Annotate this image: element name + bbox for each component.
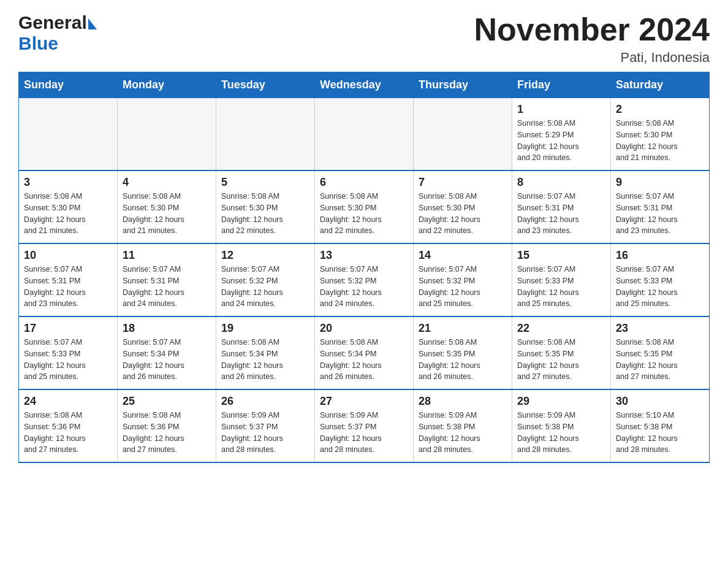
day-info: Sunrise: 5:07 AM Sunset: 5:33 PM Dayligh…: [517, 264, 605, 310]
day-number: 20: [320, 322, 408, 335]
day-info: Sunrise: 5:07 AM Sunset: 5:31 PM Dayligh…: [24, 264, 112, 310]
day-number: 3: [24, 176, 112, 189]
day-info: Sunrise: 5:08 AM Sunset: 5:30 PM Dayligh…: [616, 118, 704, 164]
day-number: 8: [517, 176, 605, 189]
calendar-subtitle: Pati, Indonesia: [474, 50, 710, 66]
day-number: 30: [616, 395, 704, 408]
day-info: Sunrise: 5:08 AM Sunset: 5:30 PM Dayligh…: [320, 191, 408, 237]
day-number: 4: [123, 176, 211, 189]
day-number: 2: [616, 103, 704, 116]
calendar-cell: 25Sunrise: 5:08 AM Sunset: 5:36 PM Dayli…: [118, 389, 216, 462]
day-info: Sunrise: 5:07 AM Sunset: 5:31 PM Dayligh…: [123, 264, 211, 310]
calendar-cell: 30Sunrise: 5:10 AM Sunset: 5:38 PM Dayli…: [611, 389, 710, 462]
calendar-cell: 18Sunrise: 5:07 AM Sunset: 5:34 PM Dayli…: [118, 316, 216, 389]
calendar-cell: [414, 98, 512, 171]
day-number: 5: [221, 176, 309, 189]
day-number: 18: [123, 322, 211, 335]
day-number: 19: [221, 322, 309, 335]
page-header: General Blue November 2024 Pati, Indones…: [18, 12, 710, 66]
calendar-cell: 29Sunrise: 5:09 AM Sunset: 5:38 PM Dayli…: [512, 389, 611, 462]
weekday-header-friday: Friday: [512, 72, 611, 98]
day-info: Sunrise: 5:09 AM Sunset: 5:37 PM Dayligh…: [320, 410, 408, 456]
day-number: 15: [517, 249, 605, 262]
day-info: Sunrise: 5:08 AM Sunset: 5:35 PM Dayligh…: [616, 337, 704, 383]
calendar-cell: 11Sunrise: 5:07 AM Sunset: 5:31 PM Dayli…: [118, 243, 216, 316]
day-info: Sunrise: 5:08 AM Sunset: 5:30 PM Dayligh…: [24, 191, 112, 237]
calendar-cell: 20Sunrise: 5:08 AM Sunset: 5:34 PM Dayli…: [315, 316, 414, 389]
calendar-cell: 16Sunrise: 5:07 AM Sunset: 5:33 PM Dayli…: [611, 243, 710, 316]
day-info: Sunrise: 5:07 AM Sunset: 5:34 PM Dayligh…: [123, 337, 211, 383]
day-info: Sunrise: 5:09 AM Sunset: 5:37 PM Dayligh…: [221, 410, 309, 456]
day-number: 13: [320, 249, 408, 262]
day-number: 6: [320, 176, 408, 189]
day-number: 28: [419, 395, 507, 408]
day-info: Sunrise: 5:08 AM Sunset: 5:36 PM Dayligh…: [123, 410, 211, 456]
calendar-cell: 7Sunrise: 5:08 AM Sunset: 5:30 PM Daylig…: [414, 170, 512, 243]
calendar-cell: 10Sunrise: 5:07 AM Sunset: 5:31 PM Dayli…: [19, 243, 118, 316]
day-info: Sunrise: 5:07 AM Sunset: 5:33 PM Dayligh…: [24, 337, 112, 383]
day-info: Sunrise: 5:07 AM Sunset: 5:32 PM Dayligh…: [419, 264, 507, 310]
day-info: Sunrise: 5:08 AM Sunset: 5:30 PM Dayligh…: [123, 191, 211, 237]
day-info: Sunrise: 5:09 AM Sunset: 5:38 PM Dayligh…: [419, 410, 507, 456]
calendar-cell: 22Sunrise: 5:08 AM Sunset: 5:35 PM Dayli…: [512, 316, 611, 389]
calendar-cell: [19, 98, 118, 171]
calendar-cell: 3Sunrise: 5:08 AM Sunset: 5:30 PM Daylig…: [19, 170, 118, 243]
calendar-cell: [118, 98, 216, 171]
calendar-cell: 26Sunrise: 5:09 AM Sunset: 5:37 PM Dayli…: [216, 389, 315, 462]
calendar-cell: 17Sunrise: 5:07 AM Sunset: 5:33 PM Dayli…: [19, 316, 118, 389]
day-info: Sunrise: 5:09 AM Sunset: 5:38 PM Dayligh…: [517, 410, 605, 456]
day-number: 12: [221, 249, 309, 262]
calendar-cell: 4Sunrise: 5:08 AM Sunset: 5:30 PM Daylig…: [118, 170, 216, 243]
day-info: Sunrise: 5:10 AM Sunset: 5:38 PM Dayligh…: [616, 410, 704, 456]
day-number: 25: [123, 395, 211, 408]
day-number: 17: [24, 322, 112, 335]
day-number: 27: [320, 395, 408, 408]
day-info: Sunrise: 5:07 AM Sunset: 5:31 PM Dayligh…: [616, 191, 704, 237]
calendar-cell: 12Sunrise: 5:07 AM Sunset: 5:32 PM Dayli…: [216, 243, 315, 316]
calendar-table: SundayMondayTuesdayWednesdayThursdayFrid…: [18, 72, 710, 463]
calendar-cell: 21Sunrise: 5:08 AM Sunset: 5:35 PM Dayli…: [414, 316, 512, 389]
calendar-cell: 19Sunrise: 5:08 AM Sunset: 5:34 PM Dayli…: [216, 316, 315, 389]
calendar-cell: 5Sunrise: 5:08 AM Sunset: 5:30 PM Daylig…: [216, 170, 315, 243]
calendar-cell: 9Sunrise: 5:07 AM Sunset: 5:31 PM Daylig…: [611, 170, 710, 243]
day-info: Sunrise: 5:08 AM Sunset: 5:34 PM Dayligh…: [320, 337, 408, 383]
weekday-header-saturday: Saturday: [611, 72, 710, 98]
day-number: 16: [616, 249, 704, 262]
calendar-week-row: 17Sunrise: 5:07 AM Sunset: 5:33 PM Dayli…: [19, 316, 710, 389]
calendar-cell: 28Sunrise: 5:09 AM Sunset: 5:38 PM Dayli…: [414, 389, 512, 462]
logo-arrow-icon: [88, 18, 97, 29]
day-number: 11: [123, 249, 211, 262]
day-info: Sunrise: 5:07 AM Sunset: 5:32 PM Dayligh…: [221, 264, 309, 310]
calendar-cell: 1Sunrise: 5:08 AM Sunset: 5:29 PM Daylig…: [512, 98, 611, 171]
calendar-cell: 24Sunrise: 5:08 AM Sunset: 5:36 PM Dayli…: [19, 389, 118, 462]
calendar-week-row: 10Sunrise: 5:07 AM Sunset: 5:31 PM Dayli…: [19, 243, 710, 316]
weekday-header-monday: Monday: [118, 72, 216, 98]
day-info: Sunrise: 5:08 AM Sunset: 5:35 PM Dayligh…: [419, 337, 507, 383]
weekday-header-sunday: Sunday: [19, 72, 118, 98]
weekday-header-tuesday: Tuesday: [216, 72, 315, 98]
calendar-cell: 15Sunrise: 5:07 AM Sunset: 5:33 PM Dayli…: [512, 243, 611, 316]
calendar-cell: [216, 98, 315, 171]
calendar-cell: 27Sunrise: 5:09 AM Sunset: 5:37 PM Dayli…: [315, 389, 414, 462]
day-number: 7: [419, 176, 507, 189]
logo-blue-text: Blue: [18, 33, 58, 54]
calendar-cell: 23Sunrise: 5:08 AM Sunset: 5:35 PM Dayli…: [611, 316, 710, 389]
day-info: Sunrise: 5:08 AM Sunset: 5:30 PM Dayligh…: [419, 191, 507, 237]
calendar-cell: 6Sunrise: 5:08 AM Sunset: 5:30 PM Daylig…: [315, 170, 414, 243]
calendar-cell: 8Sunrise: 5:07 AM Sunset: 5:31 PM Daylig…: [512, 170, 611, 243]
day-info: Sunrise: 5:07 AM Sunset: 5:33 PM Dayligh…: [616, 264, 704, 310]
day-info: Sunrise: 5:08 AM Sunset: 5:29 PM Dayligh…: [517, 118, 605, 164]
day-number: 24: [24, 395, 112, 408]
day-number: 9: [616, 176, 704, 189]
logo: General Blue: [18, 12, 97, 54]
logo-general-text: General: [18, 12, 87, 33]
weekday-header-wednesday: Wednesday: [315, 72, 414, 98]
day-number: 10: [24, 249, 112, 262]
calendar-week-row: 1Sunrise: 5:08 AM Sunset: 5:29 PM Daylig…: [19, 98, 710, 171]
calendar-week-row: 3Sunrise: 5:08 AM Sunset: 5:30 PM Daylig…: [19, 170, 710, 243]
day-info: Sunrise: 5:07 AM Sunset: 5:31 PM Dayligh…: [517, 191, 605, 237]
day-number: 23: [616, 322, 704, 335]
calendar-title: November 2024: [474, 12, 710, 47]
day-info: Sunrise: 5:07 AM Sunset: 5:32 PM Dayligh…: [320, 264, 408, 310]
day-info: Sunrise: 5:08 AM Sunset: 5:35 PM Dayligh…: [517, 337, 605, 383]
